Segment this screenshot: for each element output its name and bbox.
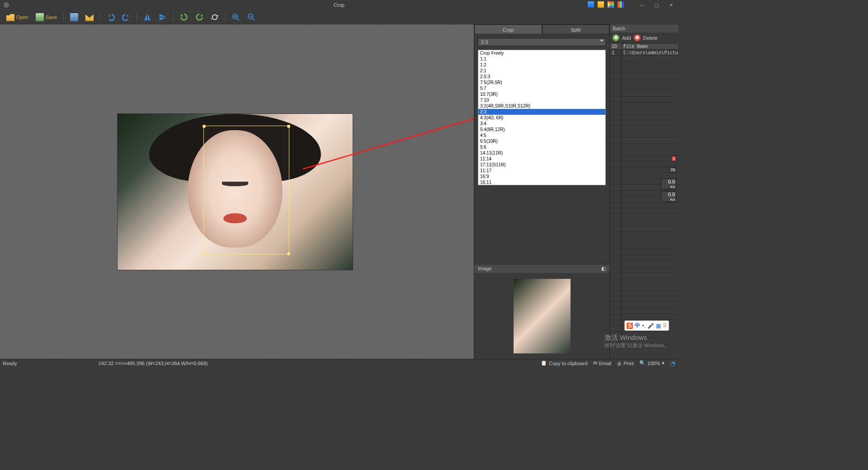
table-row-empty <box>610 150 678 155</box>
canvas-area[interactable] <box>0 24 474 359</box>
side-badge-percent: 70 <box>669 167 676 173</box>
ime-lang[interactable]: 中 <box>635 322 640 329</box>
batch-panel: Batch ✚ Add ✖ Delete ID File Name 1C:\Us… <box>609 24 678 359</box>
crop-handle-br[interactable] <box>287 252 290 255</box>
ratio-option[interactable]: 2:3 <box>478 109 605 115</box>
ratio-option[interactable]: 14:11(11R) <box>478 150 605 156</box>
close-button[interactable]: ✕ <box>664 0 678 10</box>
maximize-button[interactable]: ▢ <box>649 0 664 10</box>
quick-icon-4[interactable] <box>618 1 624 8</box>
ratio-option[interactable]: 4:3(4D, 6R) <box>478 115 605 121</box>
crop-selection[interactable] <box>203 126 289 254</box>
table-row-empty <box>610 61 678 67</box>
table-row-empty <box>610 120 678 126</box>
crop-handle-tr[interactable] <box>287 125 290 128</box>
ratio-option[interactable]: 7:5(2R,5R) <box>478 80 605 85</box>
ratio-option[interactable]: Crop Freely <box>478 50 605 56</box>
open-button[interactable]: Open <box>4 12 31 22</box>
ratio-option[interactable]: 16:9 <box>478 174 605 179</box>
ratio-option[interactable]: 5:7 <box>478 85 605 91</box>
ratio-option[interactable]: 1:2 <box>478 62 605 68</box>
table-row-empty <box>610 308 678 314</box>
ratio-option[interactable]: 2:1 <box>478 68 605 74</box>
minimize-button[interactable]: — <box>635 0 649 10</box>
table-row[interactable]: 1C:\Users\admin\Picture... <box>610 50 678 56</box>
ratio-option[interactable]: 17:11(S11R) <box>478 162 605 168</box>
ratio-option[interactable]: 7:10 <box>478 97 605 103</box>
ratio-dropdown-value: 2:3 <box>481 39 488 45</box>
ratio-option[interactable]: 3:2(4R,S8R,S10R,S12R) <box>478 103 605 109</box>
print-toolbar-button[interactable] <box>67 12 81 22</box>
batch-file-table[interactable]: ID File Name 1C:\Users\admin\Picture... … <box>610 43 678 359</box>
tab-crop[interactable]: Crop <box>474 24 542 34</box>
table-row-empty <box>610 103 678 108</box>
clipboard-icon: 📋 <box>541 360 547 366</box>
tab-split[interactable]: Split <box>542 24 610 34</box>
quick-icon-2[interactable] <box>598 1 604 8</box>
rotate-right-button[interactable] <box>193 12 206 22</box>
table-row-empty <box>610 291 678 296</box>
rotate-ccw-icon <box>180 13 188 21</box>
app-icon <box>3 1 10 9</box>
ratio-option[interactable]: 11:14 <box>478 156 605 162</box>
status-copy-button[interactable]: 📋 Copy to clipboard <box>541 360 588 366</box>
delete-button[interactable]: Delete <box>643 35 658 41</box>
mode-tabs: Crop Split <box>474 24 609 34</box>
ratio-dropdown[interactable]: 2:3 <box>478 38 606 46</box>
ime-logo-icon: S <box>627 323 633 329</box>
add-button[interactable]: Add <box>622 35 631 41</box>
ime-toolbar[interactable]: S 中 •, 🎤 ▦ ⠿ <box>624 320 669 331</box>
rotate-free-button[interactable] <box>208 12 222 22</box>
title-quick-icons <box>588 1 624 8</box>
table-row-empty <box>610 108 678 114</box>
ime-more-icon[interactable]: ⠿ <box>663 323 667 329</box>
quick-icon-1[interactable] <box>588 1 594 8</box>
table-row-empty <box>610 56 678 61</box>
table-row-empty <box>610 267 678 273</box>
status-bar: Ready 242:32 ===>485:396 (W=243,H=364,W/… <box>0 359 678 367</box>
col-id: ID <box>610 43 622 49</box>
status-zoom[interactable]: 🔍 100% ▾ <box>639 360 665 366</box>
table-row-empty <box>610 249 678 255</box>
ratio-option[interactable]: 10:7(3R) <box>478 91 605 97</box>
zoom-in-button[interactable] <box>229 12 243 22</box>
crop-handle-tl[interactable] <box>203 125 206 128</box>
rotate-left-button[interactable] <box>177 12 191 22</box>
undo-button[interactable] <box>104 12 118 22</box>
table-row-empty <box>610 132 678 138</box>
ime-keyboard-icon[interactable]: ▦ <box>656 323 661 329</box>
table-row-empty <box>610 114 678 120</box>
flip-v-button[interactable] <box>156 12 170 22</box>
ratio-option[interactable]: 5:6 <box>478 144 605 150</box>
table-row-empty <box>610 285 678 291</box>
flip-h-button[interactable] <box>141 12 154 22</box>
ime-mic-icon[interactable]: 🎤 <box>647 323 654 329</box>
printer-icon: 🖨 <box>617 361 622 366</box>
ratio-option[interactable]: 2.5:3 <box>478 74 605 80</box>
ratio-option[interactable]: 4:5 <box>478 132 605 138</box>
save-button[interactable]: Save <box>33 12 60 22</box>
ime-punct-icon[interactable]: •, <box>642 323 646 329</box>
ratio-option[interactable]: 1:1 <box>478 56 605 62</box>
status-email-button[interactable]: ✉ Email <box>593 360 612 366</box>
status-ready: Ready <box>3 361 17 366</box>
zoom-out-button[interactable] <box>245 12 258 22</box>
title-bar: Crop — ▢ ✕ <box>0 0 678 10</box>
redo-button[interactable] <box>119 12 133 22</box>
envelope-icon: ✉ <box>593 360 597 366</box>
quick-icon-3[interactable] <box>608 1 614 8</box>
panel-pin-icon[interactable]: ◧ <box>601 266 606 272</box>
ratio-option[interactable]: 5:4(8R,12R) <box>478 127 605 132</box>
side-stat-1: 0.0K/s <box>661 179 676 189</box>
table-row-empty <box>610 238 678 244</box>
table-row-empty <box>610 244 678 249</box>
table-row-empty <box>610 202 678 208</box>
crop-handle-bl[interactable] <box>203 252 206 255</box>
ratio-option[interactable]: 3:4 <box>478 121 605 127</box>
ratio-option[interactable]: 11:17 <box>478 168 605 174</box>
status-print-button[interactable]: 🖨 Print <box>617 361 634 366</box>
ratio-option[interactable]: 6:5(10R) <box>478 138 605 144</box>
ratio-option-list[interactable]: Crop Freely1:11:22:12.5:37:5(2R,5R)5:710… <box>478 50 606 185</box>
email-toolbar-button[interactable] <box>83 12 96 22</box>
ratio-option[interactable]: 16:11 <box>478 179 605 185</box>
